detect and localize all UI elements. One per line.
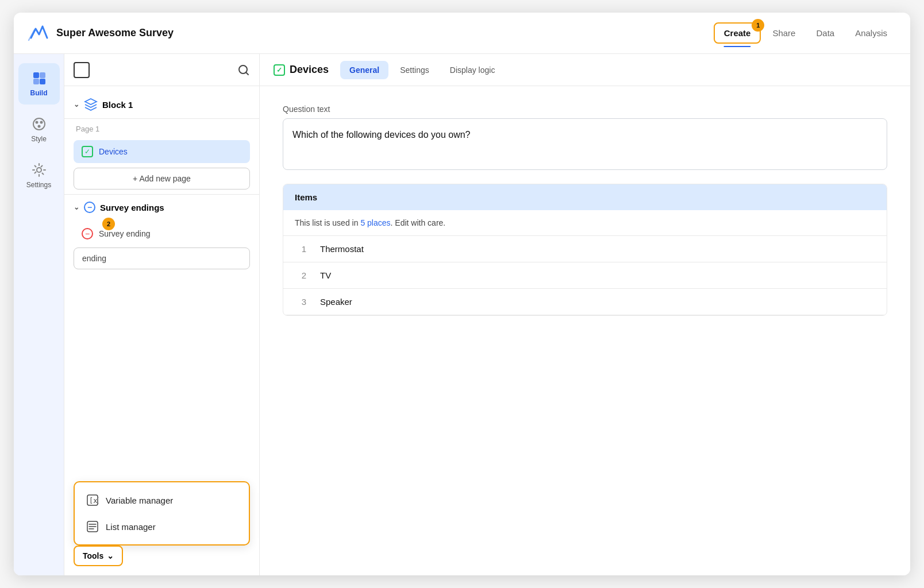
app-logo-icon: [28, 22, 51, 45]
main-content: Build Style Settings: [14, 54, 910, 575]
survey-ending-2-item[interactable]: ending: [74, 247, 250, 269]
survey-ending-1-item[interactable]: − Survey ending 2: [74, 222, 250, 245]
list-manager-menu-item[interactable]: List manager: [75, 513, 249, 540]
svg-point-6: [40, 121, 43, 124]
top-nav: Create 1 Share Data Analysis: [714, 22, 896, 44]
minus-circle-blue-icon: −: [84, 202, 95, 213]
nav-create-wrapper: Create 1: [714, 22, 761, 44]
question-text-area[interactable]: Which of the following devices do you ow…: [283, 118, 887, 170]
svg-point-8: [37, 168, 41, 172]
item-row: 3 Speaker: [283, 289, 887, 315]
build-icon: [32, 71, 47, 86]
variable-icon: [x]: [86, 494, 99, 506]
svg-rect-3: [40, 79, 45, 84]
editor-area: ✓ Devices General Settings Display logic…: [260, 54, 910, 575]
editor-body: Question text Which of the following dev…: [260, 86, 910, 334]
block-1-header[interactable]: ⌄ Block 1: [64, 91, 259, 119]
sidebar-item-settings[interactable]: Settings: [18, 155, 60, 196]
tools-button[interactable]: Tools ⌄: [74, 546, 123, 566]
survey-ending-badge: 2: [102, 218, 115, 230]
items-header: Items: [283, 184, 887, 210]
tools-dropdown-container: [x] Variable manager List manager Tools: [64, 469, 259, 575]
sidebar-icons: Build Style Settings: [14, 54, 64, 575]
nav-create-badge: 1: [752, 19, 764, 32]
nav-analysis[interactable]: Analysis: [846, 24, 896, 42]
svg-point-5: [35, 121, 38, 124]
nav-data[interactable]: Data: [807, 24, 844, 42]
panel-toggle-icon[interactable]: [74, 62, 90, 78]
app-window: Super Awesome Survey Create 1 Share Data…: [14, 13, 910, 575]
svg-rect-1: [40, 72, 45, 78]
page-label: Page 1: [64, 119, 259, 137]
top-bar: Super Awesome Survey Create 1 Share Data…: [14, 13, 910, 54]
panel-header: [64, 54, 259, 86]
question-tab-title: ✓ Devices: [274, 64, 329, 76]
check-icon-header: ✓: [274, 64, 285, 76]
items-notice: This list is used in 5 places. Edit with…: [283, 210, 887, 236]
item-row: 1 Thermostat: [283, 236, 887, 262]
editor-tabs: ✓ Devices General Settings Display logic: [260, 54, 910, 86]
field-label: Question text: [283, 105, 887, 114]
variable-manager-menu-item[interactable]: [x] Variable manager: [75, 487, 249, 513]
list-icon: [86, 520, 99, 533]
svg-rect-0: [33, 72, 39, 78]
minus-circle-red-icon: −: [82, 228, 93, 239]
tab-general[interactable]: General: [340, 61, 388, 79]
chevron-down-icon-2: ⌄: [74, 203, 79, 211]
survey-endings-header[interactable]: ⌄ − Survey endings: [64, 194, 259, 220]
tab-display-logic[interactable]: Display logic: [441, 61, 505, 79]
svg-point-7: [37, 125, 40, 128]
search-icon[interactable]: [237, 64, 250, 76]
style-icon: [32, 117, 47, 131]
sidebar-item-build[interactable]: Build: [18, 63, 60, 105]
nav-share[interactable]: Share: [763, 24, 804, 42]
nav-create[interactable]: Create 1: [715, 24, 760, 42]
items-notice-link[interactable]: 5 places: [360, 218, 390, 227]
settings-icon: [32, 163, 47, 177]
svg-point-4: [33, 118, 45, 130]
tab-settings[interactable]: Settings: [391, 61, 438, 79]
check-icon: ✓: [82, 146, 93, 157]
app-title: Super Awesome Survey: [56, 27, 174, 39]
item-row: 2 TV: [283, 262, 887, 289]
devices-question-item[interactable]: ✓ Devices: [74, 140, 250, 163]
panel-sidebar: ⌄ Block 1 Page 1 ✓ Devices + Add new pag…: [64, 54, 260, 575]
items-section: Items This list is used in 5 places. Edi…: [283, 184, 887, 316]
logo-area: Super Awesome Survey: [28, 22, 174, 45]
sidebar-item-style[interactable]: Style: [18, 109, 60, 150]
block-icon: [84, 98, 98, 111]
svg-rect-2: [33, 79, 39, 84]
add-page-button[interactable]: + Add new page: [74, 168, 250, 189]
chevron-down-icon: ⌄: [74, 100, 79, 109]
tools-dropdown-menu: [x] Variable manager List manager: [74, 481, 250, 546]
svg-text:[x]: [x]: [89, 497, 99, 505]
